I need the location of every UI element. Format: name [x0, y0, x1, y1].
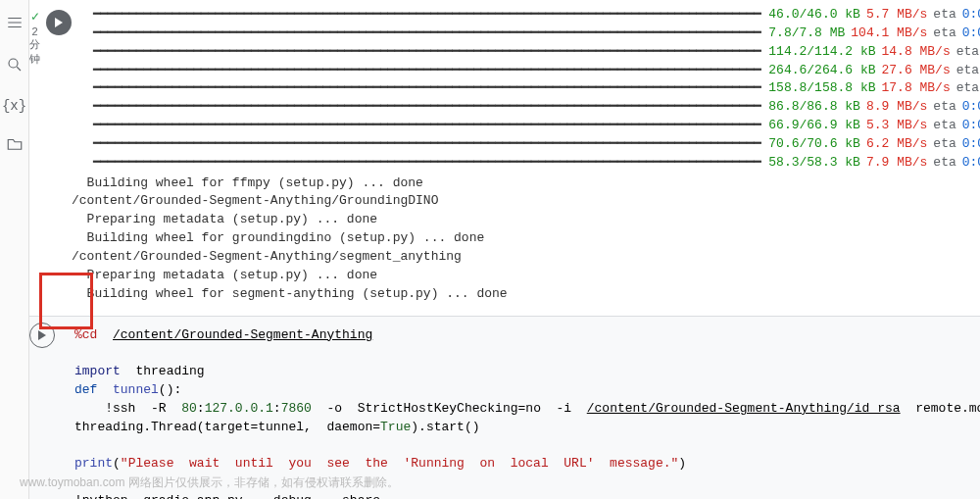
run-button[interactable] [29, 323, 55, 348]
build-output: Building wheel for ffmpy (setup.py) ... … [72, 175, 980, 304]
left-sidebar: {x} [0, 0, 29, 499]
run-button[interactable] [46, 10, 72, 35]
download-output: ━━━━━━━━━━━━━━━━━━━━━━━━━━━━━━━━━━━━━━━━… [72, 6, 980, 173]
output-cell: ✓ 2 分 钟 ━━━━━━━━━━━━━━━━━━━━━━━━━━━━━━━━… [29, 0, 980, 310]
toc-icon[interactable] [6, 14, 24, 34]
notebook-area: ✓ 2 分 钟 ━━━━━━━━━━━━━━━━━━━━━━━━━━━━━━━━… [29, 0, 980, 499]
watermark-text: www.toymoban.com 网络图片仅供展示，非存储，如有侵权请联系删除。 [20, 474, 399, 491]
code-cell: %cd /content/Grounded-Segment-Anything i… [29, 316, 980, 500]
files-icon[interactable] [6, 135, 24, 156]
cell-gutter: ✓ 2 分 钟 [29, 0, 72, 67]
code-editor[interactable]: %cd /content/Grounded-Segment-Anything i… [74, 326, 980, 500]
variables-icon[interactable]: {x} [2, 98, 26, 114]
search-icon[interactable] [6, 56, 24, 76]
cell-duration: 2 分 钟 [29, 25, 40, 67]
status-check-icon: ✓ [30, 10, 40, 24]
svg-point-0 [9, 59, 18, 68]
